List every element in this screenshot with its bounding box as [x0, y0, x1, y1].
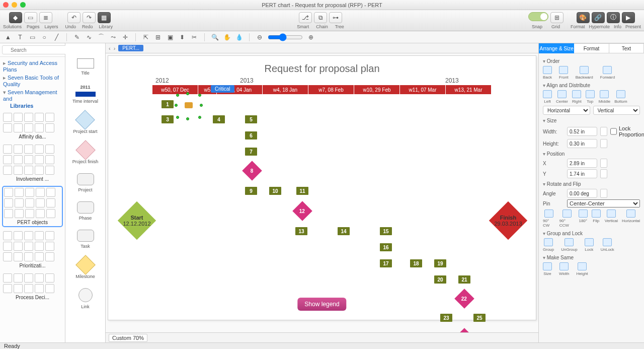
lock-prop-check[interactable]: [610, 127, 617, 136]
task-node[interactable]: 15: [380, 227, 392, 235]
align-bottom[interactable]: Bottom: [614, 90, 627, 104]
lib-involvement[interactable]: Involvement ...: [3, 176, 62, 182]
task-node[interactable]: 21: [458, 275, 470, 284]
curve-tool-icon[interactable]: ∿: [85, 33, 93, 41]
x-input[interactable]: [567, 159, 597, 168]
redo-button[interactable]: ↷: [83, 12, 96, 23]
tab-format[interactable]: Format: [574, 43, 609, 53]
flip[interactable]: Flip: [592, 210, 601, 228]
tab-pert[interactable]: PERT...: [118, 45, 143, 51]
grid-button[interactable]: ⊞: [550, 12, 564, 23]
tree-libraries[interactable]: Libraries: [3, 103, 62, 109]
align-middle[interactable]: Middle: [599, 90, 611, 104]
task-node[interactable]: 1: [162, 100, 174, 108]
task-node[interactable]: 9: [245, 187, 257, 195]
stencil-milestone[interactable]: Milestone: [75, 258, 95, 279]
task-node[interactable]: 11: [296, 187, 308, 195]
unlock-btn[interactable]: UnLock: [601, 238, 614, 252]
library-button[interactable]: ▦: [98, 12, 111, 23]
arc-tool-icon[interactable]: ⌒: [97, 33, 105, 41]
zoom-plus-icon[interactable]: ⊕: [307, 33, 315, 41]
width-input[interactable]: [567, 127, 597, 136]
task-node[interactable]: 10: [269, 187, 281, 195]
distribute-v-select[interactable]: Vertical: [593, 106, 640, 115]
milestone-node[interactable]: 12: [292, 201, 312, 221]
section-position[interactable]: Position: [543, 151, 640, 157]
undo-button[interactable]: ↶: [67, 12, 80, 23]
task-node[interactable]: 5: [245, 115, 257, 123]
flip-h[interactable]: Horizontal: [622, 210, 640, 228]
align-top[interactable]: Top: [586, 90, 595, 104]
task-node[interactable]: 20: [434, 275, 446, 284]
width-stepper[interactable]: [600, 127, 607, 136]
flip-v[interactable]: Vertical: [605, 210, 618, 228]
canvas[interactable]: Request for proposal plan 2012 2013 2013…: [106, 53, 538, 332]
milestone-node[interactable]: 22: [454, 289, 474, 309]
section-rotate[interactable]: Rotate and Flip: [543, 181, 640, 187]
stencil-project[interactable]: Project: [77, 173, 94, 192]
hypernote-button[interactable]: 🔗: [592, 12, 605, 23]
tab-arrange[interactable]: Arrange & Size: [539, 43, 574, 53]
task-node[interactable]: 17: [380, 259, 392, 267]
group-btn[interactable]: Group: [543, 238, 554, 252]
task-node[interactable]: 14: [338, 227, 350, 235]
rotate-cw[interactable]: 90° CW: [543, 210, 555, 228]
chain-button[interactable]: ⧉: [314, 12, 327, 23]
stencil-title[interactable]: Title: [77, 58, 94, 76]
paper[interactable]: Request for proposal plan 2012 2013 2013…: [108, 55, 536, 320]
tree-button[interactable]: ⊶: [329, 12, 342, 23]
library-scroll[interactable]: Affinity dia... Involvement ... PERT obj…: [0, 111, 65, 342]
selection-handles[interactable]: [178, 95, 200, 117]
x-stepper[interactable]: [600, 159, 607, 168]
pin-select[interactable]: Center-Center: [567, 199, 640, 207]
task-node[interactable]: 6: [245, 131, 257, 139]
smart-button[interactable]: ⎇: [299, 12, 312, 23]
group-tool-icon[interactable]: ▣: [166, 33, 174, 41]
rect-tool-icon[interactable]: ▭: [28, 33, 36, 41]
section-group[interactable]: Group and Lock: [543, 231, 640, 236]
task-node[interactable]: 25: [473, 314, 486, 322]
pen-tool-icon[interactable]: ✎: [73, 33, 81, 41]
lib-pert[interactable]: PERT objects: [4, 220, 61, 225]
crop-tool-icon[interactable]: ✂: [190, 33, 198, 41]
ellipse-tool-icon[interactable]: ○: [40, 33, 48, 41]
milestone-node[interactable]: 24: [454, 328, 474, 332]
pointer-icon[interactable]: ▲: [4, 33, 12, 41]
task-node[interactable]: 16: [380, 243, 392, 251]
rotate-ccw[interactable]: 90° CCW: [559, 210, 575, 228]
order-front[interactable]: Front: [559, 66, 569, 80]
align-right[interactable]: Right: [572, 90, 582, 104]
window-controls[interactable]: [3, 2, 26, 8]
task-node[interactable]: 23: [440, 314, 452, 322]
tree-seven-basic[interactable]: Seven Basic Tools of Quality: [3, 74, 62, 88]
section-order[interactable]: Order: [543, 58, 640, 64]
format-button[interactable]: 🎨: [577, 12, 590, 23]
height-input[interactable]: [567, 139, 597, 148]
present-button[interactable]: ▶: [622, 12, 635, 23]
snap-toggle[interactable]: [528, 12, 548, 21]
text-tool-icon[interactable]: T: [16, 33, 24, 41]
zoom-icon[interactable]: [20, 2, 26, 8]
task-node[interactable]: 13: [295, 227, 307, 235]
stencil-phase[interactable]: Phase: [77, 201, 94, 221]
tree-security[interactable]: Security and Access Plans: [3, 59, 62, 74]
stencil-year[interactable]: 2011Time interval: [72, 85, 98, 104]
minimize-icon[interactable]: [12, 2, 17, 8]
tab-next-icon[interactable]: ›: [114, 45, 116, 51]
show-legend-button[interactable]: Show legend: [297, 298, 346, 311]
rotate-180[interactable]: 180°: [579, 210, 588, 228]
info-button[interactable]: ⓘ: [607, 12, 620, 23]
distrib-tool-icon[interactable]: ⊞: [154, 33, 162, 41]
lib-affinity[interactable]: Affinity dia...: [3, 134, 62, 139]
align-tool-icon[interactable]: ⇱: [142, 33, 150, 41]
tree-seven-mgmt[interactable]: Seven Management and: [3, 88, 62, 103]
finish-node[interactable]: Finish29.03.2013: [489, 201, 527, 240]
order-back[interactable]: Back: [543, 66, 552, 80]
task-node[interactable]: 4: [213, 115, 225, 123]
solutions-button[interactable]: ◆: [9, 12, 22, 23]
distribute-h-select[interactable]: Horizontal: [543, 106, 590, 115]
order-tool-icon[interactable]: ⬍: [178, 33, 186, 41]
angle-stepper[interactable]: [600, 189, 607, 198]
hand-tool-icon[interactable]: ✋: [223, 33, 231, 41]
angle-input[interactable]: [567, 189, 597, 198]
